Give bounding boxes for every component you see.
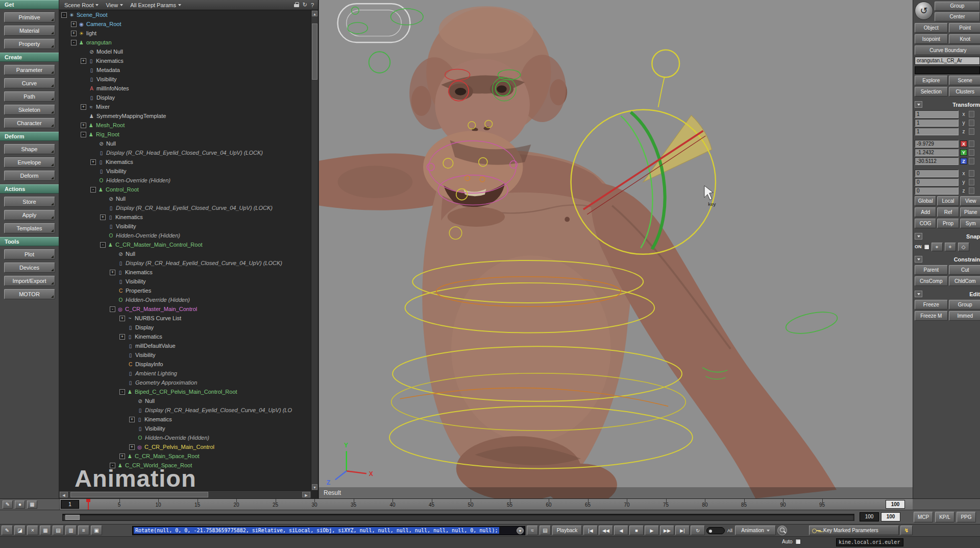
tree-item-hidden-override-hidden[interactable]: OHidden-Override (Hidden) (59, 433, 311, 442)
script-history-dropdown[interactable]: ▼ (517, 527, 524, 534)
scroll-left-icon[interactable]: ◀ (60, 492, 68, 497)
play-button[interactable]: ▶ (645, 526, 659, 535)
expand-icon[interactable]: + (81, 123, 86, 128)
panel-layout-icon-1[interactable]: ▦ (40, 526, 51, 535)
tree-item-biped-c-cr-pelvis-main-control-root[interactable]: -♟Biped_C_CR_Pelvis_Main_Control_Root (59, 387, 311, 396)
button-sym[interactable]: Sym (960, 219, 980, 228)
tree-item-null[interactable]: ⊘Null (59, 194, 311, 203)
section-collapse-button[interactable] (915, 101, 922, 108)
tree-item-nurbs-curve-list[interactable]: +~NURBS Curve List (59, 314, 311, 323)
tree-item-c-cr-master-main-control[interactable]: -◎C_CR_Master_Main_Control (59, 304, 311, 314)
previous-keyframe-button[interactable]: ◀◀ (599, 526, 613, 535)
tree-item-null[interactable]: ⊘Null (59, 139, 311, 148)
tree-item-ambient-lighting[interactable]: ▯Ambient Lighting (59, 369, 311, 378)
tree-item-displayinfo[interactable]: CDisplayInfo (59, 360, 311, 369)
snap-icon-1[interactable]: ⌖ (932, 243, 943, 251)
transform-value-field[interactable]: -30.5112 (915, 157, 959, 165)
scroll-right-icon[interactable]: ▶ (302, 492, 310, 497)
button-view[interactable]: View (960, 196, 980, 206)
transform-value-field[interactable]: -9.9729 (915, 140, 959, 148)
tree-item-display[interactable]: ▯Display (59, 323, 311, 332)
button-immed[interactable]: Immed (949, 311, 980, 321)
scroll-up-icon[interactable]: ▲ (312, 11, 317, 16)
expand-icon[interactable]: + (119, 316, 125, 321)
button-character[interactable]: Character (4, 118, 55, 128)
button-parameter[interactable]: Parameter (4, 65, 55, 75)
tree-item-visibility[interactable]: ▯Visibility (59, 424, 311, 433)
tree-item-visibility[interactable]: ▯Visibility (59, 350, 311, 360)
collapse-icon[interactable]: - (110, 463, 115, 468)
transform-value-field[interactable]: -1.2432 (915, 149, 959, 156)
playback-speed-gauge[interactable] (706, 527, 725, 534)
tree-item-orangutan[interactable]: -♟orangutan (59, 38, 311, 47)
all-label[interactable]: All (726, 528, 733, 533)
tree-item-display-r-cr-head-eyelid-closed-curve-04-upv-lock[interactable]: ▯Display (R_CR_Head_Eyelid_Closed_Curve_… (59, 148, 311, 157)
transform-value-field[interactable]: 0 (915, 178, 959, 186)
lock-toggle[interactable] (969, 179, 974, 185)
filter-dropdown[interactable]: All Except Params (127, 1, 184, 9)
button-devices[interactable]: Devices (4, 263, 55, 273)
expand-icon[interactable]: + (81, 104, 86, 110)
axis-chip-x[interactable]: X (960, 140, 967, 147)
transform-value-field[interactable]: 0 (915, 170, 959, 177)
tree-item-metadata[interactable]: ▯Metadata (59, 65, 311, 75)
tree-item-hidden-override-hidden[interactable]: OHidden-Override (Hidden) (59, 295, 311, 304)
snap-icon-2[interactable]: + (945, 243, 956, 251)
button-primitive[interactable]: Primitive (4, 12, 55, 22)
last-frame-button[interactable]: ▶| (675, 526, 690, 535)
expand-icon[interactable]: + (110, 270, 115, 275)
transform-value-field[interactable]: 1 (915, 119, 959, 127)
button-cog[interactable]: COG (915, 219, 936, 228)
button-motor[interactable]: MOTOR (4, 289, 55, 299)
transform-value-field[interactable]: 0 (915, 187, 959, 195)
range-slider[interactable] (62, 514, 854, 521)
scroll-thumb[interactable] (70, 492, 208, 497)
button-plot[interactable]: Plot (4, 249, 55, 259)
grid-icon[interactable]: ▦ (27, 501, 37, 509)
button-point[interactable]: Point (949, 23, 980, 33)
expand-icon[interactable]: + (129, 417, 135, 422)
tree-item-scene-root[interactable]: -✳Scene_Root (59, 10, 311, 19)
refresh-icon[interactable]: ↻ (303, 2, 307, 8)
snap-icon-3[interactable]: ◇ (958, 243, 969, 251)
view-dropdown[interactable]: View (103, 1, 126, 9)
script-options-icon[interactable]: ≈ (527, 526, 538, 535)
collapse-icon[interactable]: - (71, 40, 77, 45)
collapse-icon[interactable]: - (100, 242, 106, 248)
tree-item-millinfonotes[interactable]: AmillInfoNotes (59, 84, 311, 93)
tree-item-kinematics[interactable]: +▯Kinematics (59, 332, 311, 341)
tree-item-symmetrymappingtemplate[interactable]: ♟SymmetryMappingTemplate (59, 111, 311, 121)
tree-item-camera-root[interactable]: +◉Camera_Root (59, 19, 311, 29)
button-freeze-m[interactable]: Freeze M (915, 311, 948, 321)
tree-item-light[interactable]: +☀light (59, 29, 311, 38)
button-scene[interactable]: Scene (949, 76, 980, 85)
open-editor-icon[interactable]: ▤ (540, 526, 551, 535)
range-end-field[interactable]: 100 (860, 512, 879, 521)
tree-item-display[interactable]: ▯Display (59, 93, 311, 102)
tree-item-properties[interactable]: CProperties (59, 286, 311, 295)
section-collapse-button[interactable] (915, 256, 922, 263)
button-explore[interactable]: Explore (915, 76, 948, 85)
nav-sphere-icon[interactable]: ↺ (915, 2, 933, 20)
axis-chip-y[interactable]: Y (960, 149, 967, 156)
tree-item-hidden-override-hidden[interactable]: OHidden-Override (Hidden) (59, 231, 311, 240)
tree-item-mixer[interactable]: +≈Mixer (59, 102, 311, 111)
tree-item-display-r-cr-head-eyelid-closed-curve-04-upv-lock[interactable]: ▯Display (R_CR_Head_Eyelid_Closed_Curve_… (59, 203, 311, 212)
button-shape[interactable]: Shape (4, 144, 55, 154)
lock-toggle[interactable] (969, 158, 974, 164)
tree-item-visibility[interactable]: ▯Visibility (59, 166, 311, 176)
lock-toggle[interactable] (969, 149, 974, 156)
panel-layout-icon-3[interactable]: ▥ (65, 526, 77, 535)
button-cnscomp[interactable]: CnsComp (915, 276, 948, 286)
tab-mcp[interactable]: MCP (914, 512, 933, 522)
button-templates[interactable]: Templates (4, 223, 55, 233)
expand-icon[interactable]: + (129, 444, 135, 450)
transform-value-field[interactable]: 1 (915, 110, 959, 118)
button-ref[interactable]: Ref (937, 207, 959, 217)
button-curve[interactable]: Curve (4, 78, 55, 88)
button-skeleton[interactable]: Skeleton (4, 105, 55, 115)
tree-item-c-cr-master-main-control-root[interactable]: -♟C_CR_Master_Main_Control_Root (59, 240, 311, 249)
tree-item-display-r-cr-head-eyelid-closed-curve-04-upv-lock[interactable]: ▯Display (R_CR_Head_Eyelid_Closed_Curve_… (59, 258, 311, 268)
button-selection[interactable]: Selection (915, 87, 948, 97)
animation-menu-button[interactable]: Animation (735, 526, 776, 535)
